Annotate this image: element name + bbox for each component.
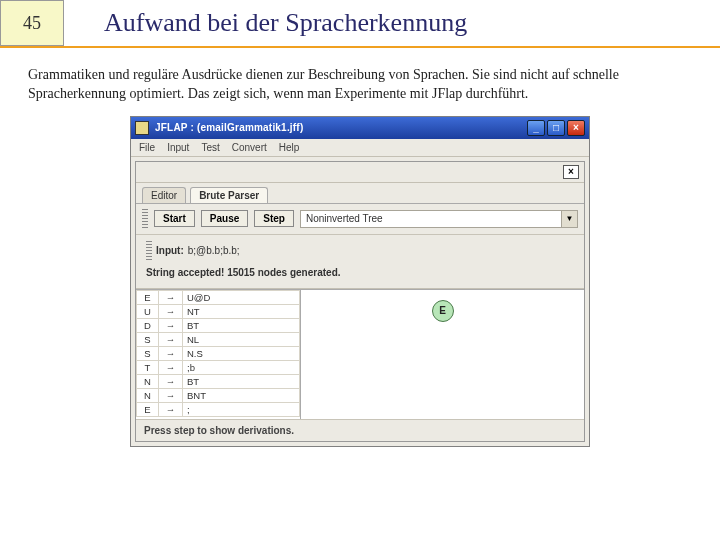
slide-number: 45 bbox=[0, 0, 64, 46]
grammar-rhs: NT bbox=[183, 304, 300, 318]
grammar-rhs: BNT bbox=[183, 388, 300, 402]
menu-convert[interactable]: Convert bbox=[232, 142, 267, 153]
arrow-icon: → bbox=[159, 290, 183, 304]
app-icon bbox=[135, 121, 149, 135]
window-titlebar: JFLAP : (emailGrammatik1.jff) _ □ × bbox=[131, 117, 589, 139]
tab-brute-parser[interactable]: Brute Parser bbox=[190, 187, 268, 203]
menu-input[interactable]: Input bbox=[167, 142, 189, 153]
grammar-rhs: BT bbox=[183, 318, 300, 332]
start-button[interactable]: Start bbox=[154, 210, 195, 227]
grammar-rhs: BT bbox=[183, 374, 300, 388]
split-pane: E→U@DU→NTD→BTS→NLS→N.ST→;bN→BTN→BNTE→; E bbox=[136, 289, 584, 419]
grammar-lhs: U bbox=[137, 304, 159, 318]
maximize-button[interactable]: □ bbox=[547, 120, 565, 136]
slide-title: Aufwand bei der Spracherkennung bbox=[64, 8, 720, 38]
info-grip-icon bbox=[146, 241, 152, 261]
tree-pane: E bbox=[301, 290, 584, 419]
window-title: JFLAP : (emailGrammatik1.jff) bbox=[155, 122, 527, 133]
grammar-row[interactable]: S→NL bbox=[137, 332, 300, 346]
arrow-icon: → bbox=[159, 360, 183, 374]
grammar-row[interactable]: N→BT bbox=[137, 374, 300, 388]
grammar-lhs: E bbox=[137, 402, 159, 416]
grammar-row[interactable]: U→NT bbox=[137, 304, 300, 318]
menu-help[interactable]: Help bbox=[279, 142, 300, 153]
status-bar: Press step to show derivations. bbox=[136, 419, 584, 441]
grammar-lhs: D bbox=[137, 318, 159, 332]
chevron-down-icon: ▼ bbox=[561, 211, 577, 227]
tree-root-node[interactable]: E bbox=[432, 300, 454, 322]
grammar-row[interactable]: E→; bbox=[137, 402, 300, 416]
slide-body-text: Grammatiken und reguläre Ausdrücke diene… bbox=[28, 66, 692, 104]
arrow-icon: → bbox=[159, 318, 183, 332]
step-button[interactable]: Step bbox=[254, 210, 294, 227]
grammar-table: E→U@DU→NTD→BTS→NLS→N.ST→;bN→BTN→BNTE→; bbox=[136, 290, 301, 419]
menubar: File Input Test Convert Help bbox=[131, 139, 589, 157]
grammar-row[interactable]: D→BT bbox=[137, 318, 300, 332]
toolbar-grip-icon bbox=[142, 209, 148, 229]
tab-bar: Editor Brute Parser bbox=[136, 183, 584, 204]
grammar-row[interactable]: T→;b bbox=[137, 360, 300, 374]
input-label: Input: bbox=[156, 245, 184, 256]
grammar-lhs: N bbox=[137, 388, 159, 402]
input-value: b;@b.b;b.b; bbox=[188, 245, 240, 256]
internal-close-button[interactable]: × bbox=[563, 165, 579, 179]
grammar-rhs: ; bbox=[183, 402, 300, 416]
internal-frame: × Editor Brute Parser Start Pause Step N… bbox=[135, 161, 585, 442]
grammar-lhs: E bbox=[137, 290, 159, 304]
grammar-rhs: U@D bbox=[183, 290, 300, 304]
grammar-rhs: N.S bbox=[183, 346, 300, 360]
tree-mode-select[interactable]: Noninverted Tree ▼ bbox=[300, 210, 578, 228]
arrow-icon: → bbox=[159, 304, 183, 318]
close-button[interactable]: × bbox=[567, 120, 585, 136]
jflap-window: JFLAP : (emailGrammatik1.jff) _ □ × File… bbox=[130, 116, 590, 447]
arrow-icon: → bbox=[159, 332, 183, 346]
grammar-lhs: S bbox=[137, 346, 159, 360]
arrow-icon: → bbox=[159, 346, 183, 360]
parser-toolbar: Start Pause Step Noninverted Tree ▼ bbox=[136, 204, 584, 235]
grammar-rhs: NL bbox=[183, 332, 300, 346]
grammar-lhs: S bbox=[137, 332, 159, 346]
menu-test[interactable]: Test bbox=[201, 142, 219, 153]
arrow-icon: → bbox=[159, 402, 183, 416]
arrow-icon: → bbox=[159, 388, 183, 402]
result-text: String accepted! 15015 nodes generated. bbox=[146, 267, 574, 278]
grammar-rhs: ;b bbox=[183, 360, 300, 374]
grammar-row[interactable]: S→N.S bbox=[137, 346, 300, 360]
info-block: Input: b;@b.b;b.b; String accepted! 1501… bbox=[136, 235, 584, 289]
grammar-lhs: T bbox=[137, 360, 159, 374]
minimize-button[interactable]: _ bbox=[527, 120, 545, 136]
slide-header: 45 Aufwand bei der Spracherkennung bbox=[0, 0, 720, 48]
grammar-row[interactable]: E→U@D bbox=[137, 290, 300, 304]
grammar-lhs: N bbox=[137, 374, 159, 388]
tab-editor[interactable]: Editor bbox=[142, 187, 186, 203]
pause-button[interactable]: Pause bbox=[201, 210, 248, 227]
tree-mode-value: Noninverted Tree bbox=[301, 213, 561, 224]
arrow-icon: → bbox=[159, 374, 183, 388]
grammar-row[interactable]: N→BNT bbox=[137, 388, 300, 402]
menu-file[interactable]: File bbox=[139, 142, 155, 153]
